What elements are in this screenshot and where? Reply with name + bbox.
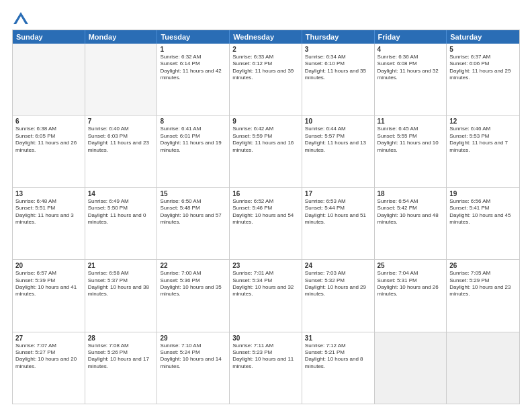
day-number: 1 [160, 46, 226, 53]
day-number: 12 [449, 118, 517, 125]
cell-details: Sunrise: 7:07 AM Sunset: 5:27 PM Dayligh… [15, 342, 82, 371]
calendar-row: 27Sunrise: 7:07 AM Sunset: 5:27 PM Dayli… [13, 332, 519, 404]
day-number: 13 [15, 190, 82, 197]
calendar-row: 20Sunrise: 6:57 AM Sunset: 5:39 PM Dayli… [13, 260, 519, 332]
calendar-cell: 22Sunrise: 7:00 AM Sunset: 5:36 PM Dayli… [157, 260, 230, 331]
cell-details: Sunrise: 7:11 AM Sunset: 5:23 PM Dayligh… [232, 342, 299, 371]
calendar-cell: 4Sunrise: 6:36 AM Sunset: 6:08 PM Daylig… [375, 44, 447, 115]
cell-details: Sunrise: 6:36 AM Sunset: 6:08 PM Dayligh… [378, 54, 444, 82]
calendar-cell: 10Sunrise: 6:44 AM Sunset: 5:57 PM Dayli… [302, 116, 375, 187]
cell-details: Sunrise: 6:45 AM Sunset: 5:55 PM Dayligh… [378, 126, 444, 154]
calendar-header-cell: Saturday [447, 30, 519, 44]
day-number: 28 [88, 334, 154, 342]
calendar-cell: 28Sunrise: 7:08 AM Sunset: 5:26 PM Dayli… [85, 332, 158, 404]
cell-details: Sunrise: 6:40 AM Sunset: 6:03 PM Dayligh… [88, 126, 154, 154]
calendar-cell: 1Sunrise: 6:32 AM Sunset: 6:14 PM Daylig… [157, 44, 230, 115]
day-number: 17 [305, 190, 371, 197]
cell-details: Sunrise: 7:00 AM Sunset: 5:36 PM Dayligh… [160, 270, 226, 298]
calendar-header-cell: Tuesday [157, 30, 230, 44]
calendar-cell: 11Sunrise: 6:45 AM Sunset: 5:55 PM Dayli… [375, 116, 447, 187]
calendar-header: SundayMondayTuesdayWednesdayThursdayFrid… [13, 30, 519, 44]
cell-details: Sunrise: 6:57 AM Sunset: 5:39 PM Dayligh… [15, 270, 82, 298]
calendar-cell: 16Sunrise: 6:52 AM Sunset: 5:46 PM Dayli… [230, 188, 302, 259]
day-number: 2 [232, 46, 299, 53]
calendar-cell: 13Sunrise: 6:48 AM Sunset: 5:51 PM Dayli… [13, 188, 85, 259]
cell-details: Sunrise: 6:49 AM Sunset: 5:50 PM Dayligh… [88, 198, 154, 226]
calendar-cell: 6Sunrise: 6:38 AM Sunset: 6:05 PM Daylig… [13, 116, 85, 187]
cell-details: Sunrise: 6:44 AM Sunset: 5:57 PM Dayligh… [305, 126, 371, 154]
calendar-cell: 23Sunrise: 7:01 AM Sunset: 5:34 PM Dayli… [230, 260, 302, 331]
calendar-cell: 5Sunrise: 6:37 AM Sunset: 6:06 PM Daylig… [447, 44, 519, 115]
calendar-cell: 15Sunrise: 6:50 AM Sunset: 5:48 PM Dayli… [157, 188, 230, 259]
calendar-header-cell: Friday [375, 30, 447, 44]
cell-details: Sunrise: 7:08 AM Sunset: 5:26 PM Dayligh… [88, 342, 154, 371]
day-number: 25 [378, 262, 444, 269]
day-number: 26 [449, 262, 517, 269]
calendar-header-cell: Monday [85, 30, 158, 44]
cell-details: Sunrise: 6:38 AM Sunset: 6:05 PM Dayligh… [15, 126, 82, 154]
calendar-header-cell: Wednesday [230, 30, 302, 44]
cell-details: Sunrise: 6:48 AM Sunset: 5:51 PM Dayligh… [15, 198, 82, 226]
cell-details: Sunrise: 6:33 AM Sunset: 6:12 PM Dayligh… [232, 54, 299, 82]
calendar-row: 1Sunrise: 6:32 AM Sunset: 6:14 PM Daylig… [13, 44, 519, 116]
calendar-cell: 7Sunrise: 6:40 AM Sunset: 6:03 PM Daylig… [85, 116, 158, 187]
calendar-cell: 19Sunrise: 6:56 AM Sunset: 5:41 PM Dayli… [447, 188, 519, 259]
day-number: 27 [15, 334, 82, 342]
page: SundayMondayTuesdayWednesdayThursdayFrid… [0, 0, 532, 411]
calendar-header-cell: Thursday [302, 30, 375, 44]
cell-details: Sunrise: 6:32 AM Sunset: 6:14 PM Dayligh… [160, 54, 226, 82]
calendar-cell: 29Sunrise: 7:10 AM Sunset: 5:24 PM Dayli… [157, 332, 230, 404]
day-number: 9 [232, 118, 299, 125]
calendar-header-cell: Sunday [13, 30, 85, 44]
cell-details: Sunrise: 6:50 AM Sunset: 5:48 PM Dayligh… [160, 198, 226, 226]
calendar: SundayMondayTuesdayWednesdayThursdayFrid… [12, 30, 520, 404]
cell-details: Sunrise: 7:05 AM Sunset: 5:29 PM Dayligh… [449, 270, 517, 298]
calendar-cell: 14Sunrise: 6:49 AM Sunset: 5:50 PM Dayli… [85, 188, 158, 259]
day-number: 11 [378, 118, 444, 125]
cell-details: Sunrise: 6:58 AM Sunset: 5:37 PM Dayligh… [88, 270, 154, 298]
calendar-cell: 3Sunrise: 6:34 AM Sunset: 6:10 PM Daylig… [302, 44, 375, 115]
day-number: 29 [160, 334, 226, 342]
calendar-cell: 24Sunrise: 7:03 AM Sunset: 5:32 PM Dayli… [302, 260, 375, 331]
calendar-cell: 21Sunrise: 6:58 AM Sunset: 5:37 PM Dayli… [85, 260, 158, 331]
cell-details: Sunrise: 6:54 AM Sunset: 5:42 PM Dayligh… [378, 198, 444, 226]
day-number: 3 [305, 46, 371, 53]
day-number: 16 [232, 190, 299, 197]
cell-details: Sunrise: 6:53 AM Sunset: 5:44 PM Dayligh… [305, 198, 371, 226]
day-number: 22 [160, 262, 226, 269]
day-number: 8 [160, 118, 226, 125]
calendar-row: 13Sunrise: 6:48 AM Sunset: 5:51 PM Dayli… [13, 188, 519, 260]
calendar-cell: 25Sunrise: 7:04 AM Sunset: 5:31 PM Dayli… [375, 260, 447, 331]
header [12, 12, 520, 24]
calendar-cell: 2Sunrise: 6:33 AM Sunset: 6:12 PM Daylig… [230, 44, 302, 115]
logo [12, 12, 28, 24]
day-number: 15 [160, 190, 226, 197]
cell-details: Sunrise: 6:37 AM Sunset: 6:06 PM Dayligh… [449, 54, 517, 82]
calendar-row: 6Sunrise: 6:38 AM Sunset: 6:05 PM Daylig… [13, 116, 519, 187]
day-number: 21 [88, 262, 154, 269]
cell-details: Sunrise: 6:34 AM Sunset: 6:10 PM Dayligh… [305, 54, 371, 82]
day-number: 6 [15, 118, 82, 125]
cell-details: Sunrise: 7:03 AM Sunset: 5:32 PM Dayligh… [305, 270, 371, 298]
day-number: 18 [378, 190, 444, 197]
day-number: 23 [232, 262, 299, 269]
cell-details: Sunrise: 7:10 AM Sunset: 5:24 PM Dayligh… [160, 342, 226, 371]
day-number: 19 [449, 190, 517, 197]
calendar-cell: 8Sunrise: 6:41 AM Sunset: 6:01 PM Daylig… [157, 116, 230, 187]
calendar-cell: 9Sunrise: 6:42 AM Sunset: 5:59 PM Daylig… [230, 116, 302, 187]
cell-details: Sunrise: 7:01 AM Sunset: 5:34 PM Dayligh… [232, 270, 299, 298]
day-number: 5 [449, 46, 517, 53]
cell-details: Sunrise: 6:52 AM Sunset: 5:46 PM Dayligh… [232, 198, 299, 226]
cell-details: Sunrise: 6:41 AM Sunset: 6:01 PM Dayligh… [160, 126, 226, 154]
cell-details: Sunrise: 7:12 AM Sunset: 5:21 PM Dayligh… [305, 342, 371, 371]
day-number: 4 [378, 46, 444, 53]
calendar-cell: 20Sunrise: 6:57 AM Sunset: 5:39 PM Dayli… [13, 260, 85, 331]
cell-details: Sunrise: 6:46 AM Sunset: 5:53 PM Dayligh… [449, 126, 517, 154]
logo-icon [13, 12, 28, 24]
calendar-cell [447, 332, 519, 404]
calendar-cell: 31Sunrise: 7:12 AM Sunset: 5:21 PM Dayli… [302, 332, 375, 404]
cell-details: Sunrise: 7:04 AM Sunset: 5:31 PM Dayligh… [378, 270, 444, 298]
day-number: 24 [305, 262, 371, 269]
day-number: 10 [305, 118, 371, 125]
calendar-cell: 17Sunrise: 6:53 AM Sunset: 5:44 PM Dayli… [302, 188, 375, 259]
